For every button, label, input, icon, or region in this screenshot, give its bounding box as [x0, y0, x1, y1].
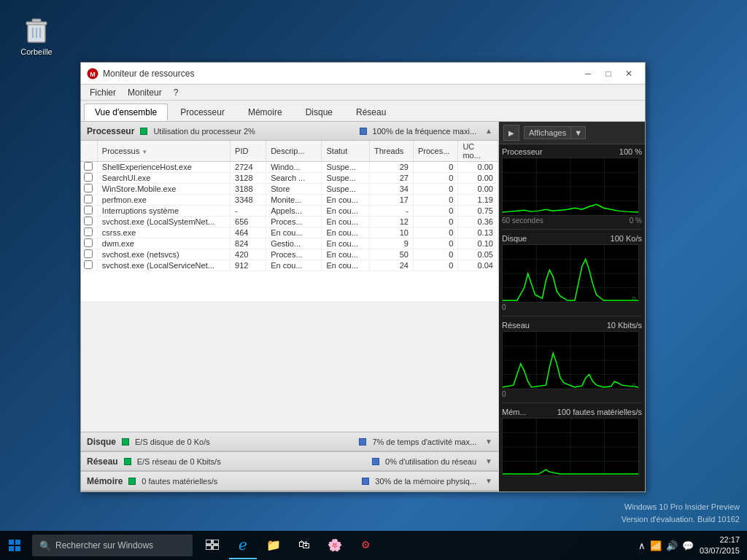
memoire-section: Mémoire 0 fautes matérielles/s 30% de la…: [81, 472, 498, 491]
table-row[interactable]: svchost.exe (netsvcs) 420 Proces... En c…: [81, 249, 498, 260]
taskbar-clock[interactable]: 22:17 03/07/2015: [700, 534, 740, 557]
explorer-button[interactable]: 📁: [260, 532, 287, 559]
row-checkbox[interactable]: [81, 260, 97, 271]
svg-rect-38: [206, 540, 212, 544]
right-panel-header: ▶ Affichages ▼: [499, 122, 645, 144]
close-button[interactable]: ✕: [619, 63, 639, 84]
watermark-line1: Windows 10 Pro Insider Preview: [622, 501, 740, 514]
row-checkbox[interactable]: [81, 195, 97, 206]
taskbar: 🔍 Rechercher sur Windows ℯ 📁 🛍 🌸 ⚙ ∧ 📶: [0, 531, 747, 560]
col-header-desc[interactable]: Descrip...: [266, 141, 322, 162]
taskbar-right: ∧ 📶 🔊 💬 22:17 03/07/2015: [638, 534, 747, 557]
row-pid: -: [231, 206, 266, 217]
row-checkbox[interactable]: [81, 249, 97, 260]
menu-help[interactable]: ?: [168, 86, 185, 99]
table-row[interactable]: svchost.exe (LocalServiceNet... 912 En c…: [81, 260, 498, 271]
table-row[interactable]: SearchUI.exe 3128 Search ... Suspe... 27…: [81, 173, 498, 184]
processor-stat1: Utilisation du processeur 2%: [153, 127, 347, 136]
tab-reseau[interactable]: Réseau: [345, 104, 397, 121]
memoire-chevron-icon[interactable]: ▼: [485, 477, 492, 485]
table-row[interactable]: dwm.exe 824 Gestio... En cou... 9 0 0.10: [81, 238, 498, 249]
memoire-chart: [502, 418, 639, 476]
row-checkbox[interactable]: [81, 173, 97, 184]
col-header-uc[interactable]: UC mo...: [458, 141, 498, 162]
row-checkbox[interactable]: [81, 162, 97, 173]
affichages-dropdown[interactable]: ▼: [571, 126, 586, 139]
left-panel: Processeur Utilisation du processeur 2% …: [81, 122, 499, 491]
start-button[interactable]: [0, 531, 29, 560]
row-uc: 0.04: [458, 260, 498, 271]
action-center-icon[interactable]: 💬: [682, 540, 694, 551]
row-threads: 12: [369, 217, 413, 228]
tab-memoire[interactable]: Mémoire: [237, 104, 293, 121]
desktop-icon-label: Corbeille: [20, 47, 52, 56]
svg-rect-35: [15, 540, 20, 545]
memoire-indicator: [128, 478, 136, 485]
network-icon[interactable]: 📶: [650, 540, 662, 551]
table-row[interactable]: perfmon.exe 3348 Monite... En cou... 17 …: [81, 195, 498, 206]
menubar: Fichier Moniteur ?: [81, 85, 645, 101]
row-checkbox[interactable]: [81, 206, 97, 217]
memoire-chart-section: Mém... 100 fautes matérielles/s: [499, 405, 645, 479]
disk-section-title: Disque: [87, 437, 116, 447]
chevron-up-icon[interactable]: ∧: [638, 540, 646, 551]
col-header-proc[interactable]: Proces...: [413, 141, 458, 162]
memoire-chart-title: Mém...: [502, 408, 527, 416]
table-row[interactable]: WinStore.Mobile.exe 3188 Store Suspe... …: [81, 184, 498, 195]
col-header-name[interactable]: Processus ▼: [97, 141, 230, 162]
tab-processeur[interactable]: Processeur: [169, 104, 236, 121]
resmon-button[interactable]: ⚙: [352, 532, 379, 559]
row-name: svchost.exe (netsvcs): [97, 249, 230, 260]
col-header-status[interactable]: Statut: [322, 141, 369, 162]
tab-vue-ensemble[interactable]: Vue d'ensemble: [84, 104, 168, 121]
menu-fichier[interactable]: Fichier: [84, 86, 122, 99]
table-row[interactable]: Interruptions système - Appels... En cou…: [81, 206, 498, 217]
desktop-icon-corbeille[interactable]: Corbeille: [15, 15, 58, 57]
row-desc: Store: [266, 184, 322, 195]
table-row[interactable]: csrss.exe 464 En cou... En cou... 10 0 0…: [81, 228, 498, 238]
photos-button[interactable]: 🌸: [321, 532, 349, 559]
processor-section-header[interactable]: Processeur Utilisation du processeur 2% …: [81, 122, 498, 141]
disk-chevron-icon[interactable]: ▼: [485, 438, 492, 446]
table-row[interactable]: svchost.exe (LocalSystemNet... 656 Proce…: [81, 217, 498, 228]
svg-rect-36: [9, 546, 14, 551]
row-status: En cou...: [322, 260, 369, 271]
menu-moniteur[interactable]: Moniteur: [122, 86, 168, 99]
disk-chart: 0: [502, 244, 639, 303]
tab-disque[interactable]: Disque: [295, 104, 344, 121]
row-status: Suspe...: [322, 173, 369, 184]
reseau-chevron-icon[interactable]: ▼: [485, 457, 492, 465]
store-button[interactable]: 🛍: [290, 532, 318, 559]
minimize-button[interactable]: ─: [578, 63, 598, 84]
processor-chart-header: Processeur 100 %: [502, 147, 642, 156]
disk-section: Disque E/S disque de 0 Ko/s 7% de temps …: [81, 432, 498, 452]
row-checkbox[interactable]: [81, 238, 97, 249]
taskbar-search[interactable]: 🔍 Rechercher sur Windows: [32, 534, 193, 556]
affichages-button[interactable]: Affichages: [524, 126, 571, 139]
col-header-pid[interactable]: PID: [231, 141, 266, 162]
maximize-button[interactable]: □: [598, 63, 619, 84]
row-checkbox[interactable]: [81, 217, 97, 228]
recycle-bin-icon: [22, 15, 51, 44]
processor-chart-footer: 60 secondes 0 %: [502, 217, 642, 225]
volume-icon[interactable]: 🔊: [666, 540, 678, 551]
reseau-indicator2: [372, 458, 379, 465]
processor-chevron-icon[interactable]: ▲: [485, 127, 492, 135]
row-status: En cou...: [322, 249, 369, 260]
reseau-section-header[interactable]: Réseau E/S réseau de 0 Kbits/s 0% d'util…: [81, 452, 498, 471]
row-name: dwm.exe: [97, 238, 230, 249]
disk-section-header[interactable]: Disque E/S disque de 0 Ko/s 7% de temps …: [81, 432, 498, 451]
row-checkbox[interactable]: [81, 184, 97, 195]
process-table[interactable]: Processus ▼ PID Descrip... Statut Thread…: [81, 141, 498, 301]
row-desc: Search ...: [266, 173, 322, 184]
row-checkbox[interactable]: [81, 228, 97, 238]
task-view-button[interactable]: [198, 532, 226, 559]
expand-button[interactable]: ▶: [503, 125, 519, 141]
disk-chart-header: Disque 100 Ko/s: [502, 234, 642, 243]
col-header-threads[interactable]: Threads: [369, 141, 413, 162]
ie-button[interactable]: ℯ: [229, 532, 257, 559]
reseau-stat1: E/S réseau de 0 Kbits/s: [137, 457, 360, 466]
row-proc: 0: [413, 195, 458, 206]
memoire-section-header[interactable]: Mémoire 0 fautes matérielles/s 30% de la…: [81, 472, 498, 491]
table-row[interactable]: ShellExperienceHost.exe 2724 Windo... Su…: [81, 162, 498, 173]
